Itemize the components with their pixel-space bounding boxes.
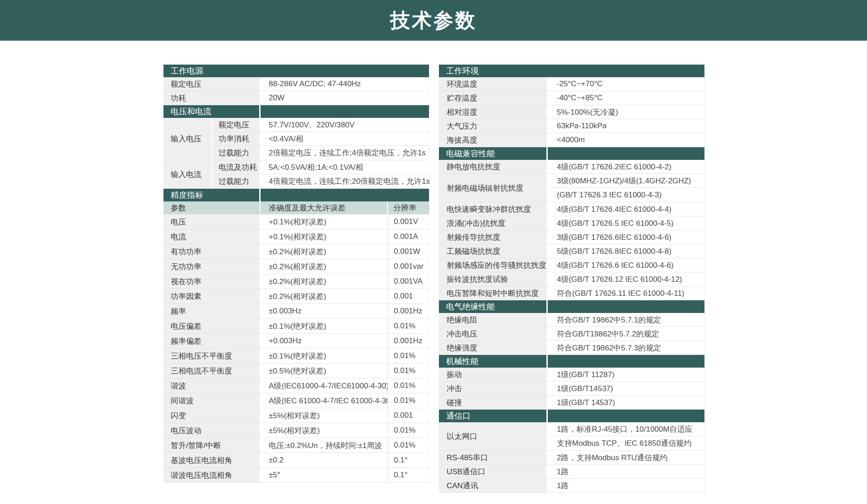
accuracy-resolution: 0.01%	[388, 423, 429, 438]
accuracy-parameter: 有功功率	[163, 244, 261, 259]
spec-row: 大气压力63kPa-110kPa	[439, 119, 704, 133]
spec-value: 3级(80MHZ-1GHZ)/4级(1.4GHZ-2GHZ)	[548, 174, 704, 187]
group-items: 额定电压57.7V/100V、220V/380V功率消耗<0.4VA/相过载能力…	[212, 118, 429, 160]
column-header-resolution: 分辨率	[388, 201, 429, 214]
accuracy-resolution-text: 0.001Hz	[394, 307, 422, 316]
spec-value-text: 5%-100%(无冷凝)	[557, 107, 618, 117]
accuracy-error-text: ±0.2%(相对误差)	[269, 247, 326, 257]
section-title: 电气绝缘性能	[446, 301, 495, 312]
section-header-fill	[548, 147, 704, 160]
accuracy-parameter: 三相电流不平衡度	[163, 364, 261, 378]
spec-value-text: 3级(GB/T 17626.6IEC 61000-4-6)	[557, 232, 671, 243]
accuracy-parameter: 基波电压电流相角	[163, 453, 261, 467]
spec-value-text: 1路	[557, 467, 569, 477]
accuracy-row: 谐波A级(IEC61000-4-7/IEC61000-4-30)0.01%	[163, 378, 429, 393]
spec-value-text: 符合GB/T19862中5.7.2的规定	[557, 329, 659, 339]
accuracy-resolution-text: 0.01%	[394, 426, 415, 435]
accuracy-row: 谐波电压电流相角±5°0.1°	[163, 468, 429, 483]
spec-label: 海拔高度	[439, 133, 548, 147]
spec-label: 电压暂降和短时中断抗扰度	[439, 286, 548, 300]
accuracy-resolution: 0.001	[388, 289, 429, 303]
spec-label: 射频电磁场辐射抗扰度	[439, 174, 548, 202]
accuracy-error: ±5%(相对误差)	[261, 423, 388, 438]
spec-row: 射频传导抗扰度3级(GB/T 17626.6IEC 61000-4-6)	[439, 230, 704, 244]
section-header-row: 精度指标	[163, 189, 429, 201]
spec-row: 贮存温度-40°C~+85°C	[439, 91, 704, 105]
accuracy-parameter: 闪变	[163, 408, 261, 423]
accuracy-row: 视在功率±0.2%(相对误差)0.001VA	[163, 274, 429, 289]
spec-label: 碰撞	[439, 396, 548, 409]
section-header-cell: 精度指标	[163, 189, 261, 201]
spec-row: 相对湿度5%-100%(无冷凝)	[439, 105, 704, 119]
spec-value: 1级(GB/T 11287)	[548, 368, 704, 381]
group-sub-label: 功率消耗	[212, 132, 261, 145]
accuracy-resolution: 0.001W	[388, 244, 429, 259]
accuracy-error: ±5°	[261, 468, 388, 482]
accuracy-resolution-text: 0.01%	[394, 396, 415, 405]
spec-value-text: (GB/T 17626.3 IEC 61000-4-3)	[557, 191, 662, 200]
spec-row: 冲击1级(GB/T14537)	[439, 382, 704, 396]
group-items: 电流及功耗5A:<0.5VA/相;1A:<0.1VA/相过载能力4倍额定电流，连…	[212, 160, 430, 188]
spec-label: CAN通讯	[439, 479, 548, 492]
spec-label-text: 电压暂降和短时中断抗扰度	[447, 288, 539, 299]
spec-value: <4000m	[548, 133, 704, 147]
accuracy-row: 无功功率±0.2%(相对误差)0.001var	[163, 259, 429, 274]
spec-value: 4级(GB/T 17626.2IEC 61000-4-2)	[548, 160, 704, 173]
accuracy-error-text: A级(IEC 61000-4-7/IEC 61000-4-30)	[269, 396, 388, 406]
spec-label-text: 海拔高度	[447, 135, 477, 145]
section-header-row: 电压和电流	[163, 105, 429, 118]
spec-value: 符合GB/T19862中5.7.2的规定	[548, 327, 704, 341]
spec-label: 贮存温度	[439, 91, 548, 105]
group-label-text: 输入电压	[171, 134, 201, 144]
group-sub-label-text: 电流及功耗	[219, 162, 257, 173]
spec-group-row: 输入电压额定电压57.7V/100V、220V/380V功率消耗<0.4VA/相…	[163, 118, 429, 160]
spec-label: 射频传导抗扰度	[439, 230, 548, 244]
accuracy-resolution: 0.001Hz	[388, 334, 429, 348]
spec-value: 3级(GB/T 17626.6IEC 61000-4-6)	[548, 230, 704, 244]
spec-value: 1级(GB/T14537)	[548, 382, 704, 395]
accuracy-parameter: 频率	[163, 304, 261, 318]
accuracy-error: ±0.1%(绝对误差)	[261, 319, 388, 333]
spec-value-text: 4倍额定电流，连续工作;20倍额定电流，允许1s	[269, 176, 430, 187]
accuracy-resolution: 0.001VA	[388, 274, 429, 289]
accuracy-error: ±0.2	[261, 453, 388, 467]
accuracy-parameter-text: 有功功率	[171, 247, 201, 257]
spec-label-text: 额定电压	[171, 79, 201, 89]
spec-label-text: 功耗	[171, 93, 186, 103]
accuracy-error-text: +0.1%(相对误差)	[269, 217, 326, 227]
accuracy-resolution-text: 0.001A	[394, 232, 418, 241]
spec-label: 振铃波抗扰度试验	[439, 272, 548, 286]
accuracy-resolution: 0.001var	[388, 259, 429, 274]
accuracy-resolution-text: 0.1°	[394, 471, 407, 480]
accuracy-error: ±0.2%(相对误差)	[261, 259, 388, 274]
accuracy-resolution-text: 0.1°	[394, 456, 407, 465]
accuracy-row: 功率因素±0.2%(相对误差)0.001	[163, 289, 429, 304]
group-sub-label-text: 过载能力	[219, 148, 249, 158]
section-header-fill	[548, 65, 704, 77]
spec-value-text: 2倍额定电压，连续工作;4倍额定电压，允许1s	[269, 148, 426, 158]
accuracy-parameter: 电流	[163, 229, 261, 244]
spec-label: 绝缘强度	[439, 341, 548, 355]
group-sub-row: 过载能力4倍额定电流，连续工作;20倍额定电流，允许1s	[212, 174, 430, 188]
column-header-resolution-text: 分辨率	[393, 203, 416, 213]
spec-label-text: 射频传导抗扰度	[447, 232, 500, 243]
spec-label: 绝缘电阻	[439, 313, 548, 327]
multi-values: 1路，标准RJ-45接口，10/1000M自适应支持Modbus TCP、IEC…	[548, 422, 704, 450]
accuracy-error: +0.003Hz	[261, 334, 388, 348]
spec-label: 功耗	[163, 91, 261, 105]
accuracy-row: 闪变±5%(相对误差)0.001	[163, 408, 429, 423]
section-title: 工作环境	[446, 65, 479, 76]
accuracy-parameter: 电压波动	[163, 423, 261, 438]
section-title: 机械性能	[446, 356, 479, 367]
column-header-accuracy-text: 准确度及最大允许误差	[269, 203, 345, 213]
spec-label: 大气压力	[439, 119, 548, 133]
spec-label-text: 大气压力	[447, 121, 477, 131]
accuracy-error-text: ±0.2%(相对误差)	[269, 261, 326, 272]
spec-row: 工频磁场抗扰度5级(GB/T 17626.8IEC 61000-4-8)	[439, 244, 704, 258]
group-sub-label-text: 额定电压	[219, 120, 249, 130]
spec-value: 4级(GB/T 17626.5 IEC 61000-4-5)	[548, 216, 704, 230]
spec-label-text: 工频磁场抗扰度	[447, 246, 500, 257]
spec-value-text: 4级(GB/T 17626.12 IEC 61000-4-12)	[557, 274, 682, 285]
group-label-text: 输入电流	[171, 169, 201, 180]
accuracy-resolution: 0.01%	[388, 364, 429, 378]
